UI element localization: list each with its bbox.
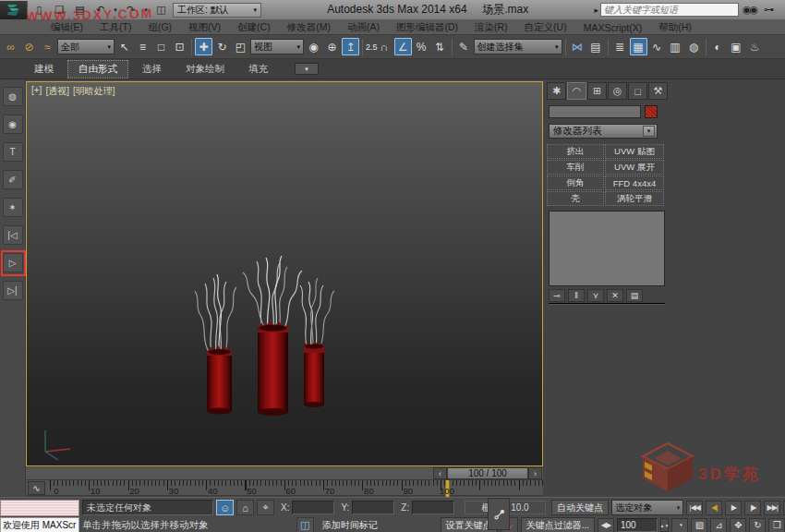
- ribbon-tab-freeform[interactable]: 自由形式: [67, 60, 128, 79]
- align-icon[interactable]: ▤: [587, 38, 605, 55]
- left-toolbar-icon-6[interactable]: |◁: [3, 225, 23, 245]
- orbit-icon[interactable]: ↻: [749, 518, 766, 532]
- menu-customize[interactable]: 自定义(U): [516, 20, 575, 35]
- z-coordinate-field[interactable]: [412, 501, 454, 514]
- maxscript-mini-listener[interactable]: 欢迎使用 MAXScr: [0, 517, 79, 532]
- key-mode-toggle-icon[interactable]: ◀▶: [598, 518, 614, 532]
- named-selection-sets-dropdown[interactable]: 创建选择集 ▾: [474, 39, 562, 54]
- pan-view-icon[interactable]: ✥: [730, 518, 746, 532]
- tab-modify-icon[interactable]: ◠: [567, 82, 586, 100]
- ribbon-toggle-icon[interactable]: ▦: [630, 38, 647, 55]
- add-time-tag-label[interactable]: 添加时间标记: [317, 517, 383, 532]
- perspective-viewport[interactable]: [+] [透视] [明暗处理]: [26, 81, 543, 466]
- search-history-icon[interactable]: ▸: [594, 6, 598, 15]
- selection-lock-icon[interactable]: ⌂: [236, 500, 254, 515]
- frame-spinner[interactable]: ▲▼: [660, 518, 669, 532]
- object-name-field[interactable]: [549, 105, 641, 118]
- left-toolbar-icon-3[interactable]: T: [3, 142, 23, 162]
- menu-graph-editors[interactable]: 图形编辑器(D): [388, 20, 466, 35]
- undo-dropdown-arrow-icon[interactable]: ▾: [112, 2, 119, 18]
- edit-named-selection-sets-icon[interactable]: ✎: [455, 38, 473, 55]
- ribbon-tab-populate[interactable]: 填充: [238, 61, 278, 78]
- x-coordinate-field[interactable]: [292, 501, 334, 514]
- open-file-button[interactable]: ❏: [51, 2, 68, 18]
- select-and-manipulate-icon[interactable]: ⊕: [323, 38, 341, 55]
- ribbon-tab-object-paint[interactable]: 对象绘制: [175, 61, 235, 78]
- menu-rendering[interactable]: 渲染(R): [466, 20, 516, 35]
- modifier-button-extrude[interactable]: 挤出: [547, 144, 604, 159]
- maxscript-macro-recorder[interactable]: [0, 500, 79, 516]
- unlink-selection-icon[interactable]: ⊘: [20, 38, 38, 55]
- left-toolbar-icon-7-highlighted[interactable]: ▷: [3, 253, 23, 272]
- mini-curve-editor-button[interactable]: ∿: [28, 481, 45, 495]
- previous-frame-button[interactable]: ◀|: [706, 501, 722, 515]
- modifier-button-ffd-4x4x4[interactable]: FFD 4x4x4: [605, 175, 664, 190]
- field-of-view-icon[interactable]: ⊿: [710, 518, 727, 532]
- material-editor-icon[interactable]: ◍: [685, 38, 703, 55]
- modifier-list-dropdown[interactable]: 修改器列表 ▾: [549, 124, 658, 139]
- rendered-frame-window-icon[interactable]: ▣: [728, 38, 745, 55]
- left-toolbar-icon-4[interactable]: ✐: [3, 170, 23, 189]
- ribbon-tab-selection[interactable]: 选择: [132, 61, 172, 78]
- trackbar-ruler[interactable]: 0102030405060708090100: [50, 480, 543, 497]
- bind-to-space-warp-icon[interactable]: ≈: [39, 38, 56, 55]
- window-crossing-icon[interactable]: ⊡: [171, 38, 188, 55]
- render-production-icon[interactable]: ♨: [746, 38, 764, 55]
- current-frame-field[interactable]: [617, 518, 658, 532]
- keyboard-shortcut-override-icon[interactable]: ↥: [342, 38, 359, 55]
- maximize-viewport-toggle-icon[interactable]: ❒: [768, 518, 785, 532]
- snaps-toggle-icon[interactable]: ∩: [376, 38, 393, 55]
- tab-create-icon[interactable]: ✱: [547, 82, 566, 100]
- select-and-link-icon[interactable]: ∞: [2, 38, 19, 55]
- previous-frame-arrow[interactable]: ‹: [433, 467, 447, 479]
- redo-button[interactable]: ↷: [122, 2, 139, 18]
- select-and-scale-icon[interactable]: ◰: [232, 38, 249, 55]
- auto-key-button[interactable]: 自动关键点: [551, 500, 609, 515]
- tab-hierarchy-icon[interactable]: ⊞: [587, 82, 607, 100]
- tab-utilities-icon[interactable]: ⚒: [648, 82, 668, 100]
- left-toolbar-icon-1[interactable]: ◍: [3, 87, 23, 106]
- mirror-icon[interactable]: ⋈: [569, 38, 586, 55]
- frame-indicator[interactable]: 100 / 100: [447, 467, 528, 479]
- make-unique-icon[interactable]: ⋎: [587, 289, 604, 302]
- next-frame-arrow[interactable]: ›: [528, 467, 542, 479]
- modifier-button-uvw-map[interactable]: UVW 贴图: [605, 144, 664, 159]
- modifier-button-turbosmooth[interactable]: 涡轮平滑: [605, 191, 664, 206]
- modifier-button-lathe[interactable]: 车削: [547, 160, 604, 175]
- time-slider-handle[interactable]: ‹ 100 / 100 ›: [433, 467, 542, 479]
- help-search-input[interactable]: [600, 3, 739, 17]
- menu-maxscript[interactable]: MAXScript(X): [575, 20, 651, 35]
- menu-group[interactable]: 组(G): [139, 20, 180, 35]
- search-icon[interactable]: ◉◉: [741, 2, 758, 18]
- next-frame-button[interactable]: |▶: [744, 501, 761, 515]
- go-to-end-button[interactable]: ▶▶|: [764, 501, 780, 515]
- workspace-dropdown[interactable]: 工作区: 默认 ▾: [173, 3, 261, 18]
- ribbon-tab-modeling[interactable]: 建模: [24, 61, 64, 78]
- reference-coordinate-system-dropdown[interactable]: 视图 ▾: [250, 39, 304, 54]
- modifier-stack-list[interactable]: [549, 211, 665, 286]
- go-to-start-button[interactable]: |◀◀: [686, 501, 703, 515]
- time-tag-icon[interactable]: ◫: [296, 517, 314, 532]
- key-filters-button[interactable]: 关键点过滤器...: [521, 517, 595, 532]
- menu-animation[interactable]: 动画(A): [339, 20, 388, 35]
- menu-create[interactable]: 创建(C): [229, 20, 279, 35]
- isolate-selection-icon[interactable]: ☺: [216, 500, 234, 515]
- render-setup-icon[interactable]: ◐: [709, 38, 727, 55]
- key-filter-selection-dropdown[interactable]: 选定对象 ▾: [611, 500, 683, 515]
- selection-filter-dropdown[interactable]: 全部 ▾: [57, 39, 115, 54]
- configure-modifier-sets-icon[interactable]: ▤: [626, 289, 643, 302]
- project-folder-button[interactable]: ◫: [152, 2, 170, 18]
- use-pivot-point-center-icon[interactable]: ◉: [305, 38, 322, 55]
- menu-modifiers[interactable]: 修改器(M): [279, 20, 339, 35]
- application-menu-button[interactable]: [0, 1, 28, 19]
- select-by-name-icon[interactable]: ≡: [134, 38, 151, 55]
- set-keys-button[interactable]: ⊶: [488, 498, 510, 530]
- menu-help[interactable]: 帮助(H): [650, 20, 700, 35]
- object-color-swatch[interactable]: [645, 105, 658, 118]
- time-configuration-icon[interactable]: ◔: [671, 518, 688, 532]
- menu-edit[interactable]: 编辑(E): [42, 20, 91, 35]
- ribbon-minimize-toggle[interactable]: ▾: [295, 63, 319, 75]
- curve-editor-icon[interactable]: ∿: [648, 38, 666, 55]
- layer-manager-icon[interactable]: ≣: [611, 38, 629, 55]
- tab-display-icon[interactable]: □: [628, 82, 647, 100]
